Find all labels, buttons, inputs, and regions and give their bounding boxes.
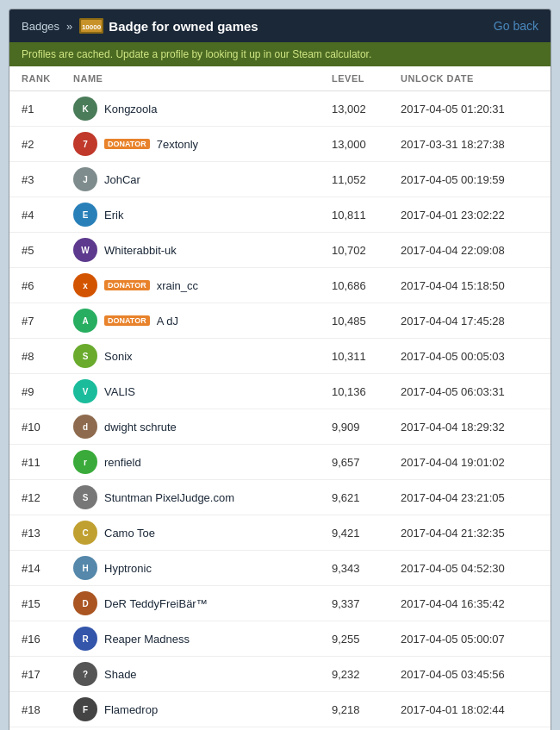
avatar: x — [73, 273, 97, 297]
date-cell: 2017-04-05 05:00:07 — [401, 633, 538, 646]
player-name[interactable]: renfield — [104, 456, 141, 469]
player-name[interactable]: dwight schrute — [104, 421, 177, 434]
name-cell: KKongzoola — [73, 97, 332, 121]
table-row[interactable]: #7ADONATORA dJ10,4852017-04-04 17:45:28 — [9, 303, 551, 339]
level-cell: 9,621 — [332, 491, 401, 504]
name-cell: DDeR TeddyFreiBär™ — [73, 591, 332, 615]
level-cell: 9,657 — [332, 456, 401, 469]
table-row[interactable]: #17?Shade9,2322017-04-05 03:45:56 — [9, 657, 551, 692]
table-row[interactable]: #11rrenfield9,6572017-04-04 19:01:02 — [9, 445, 551, 480]
date-cell: 2017-04-04 15:18:50 — [401, 279, 538, 292]
donator-badge: DONATOR — [104, 280, 150, 290]
level-cell: 9,337 — [332, 597, 401, 610]
notice-text: Profiles are cached. Update a profile by… — [22, 48, 371, 60]
level-cell: 10,136 — [332, 385, 401, 398]
avatar: A — [73, 309, 97, 333]
date-cell: 2017-04-01 18:02:44 — [401, 703, 538, 716]
player-name[interactable]: DeR TeddyFreiBär™ — [104, 597, 208, 610]
player-name[interactable]: Shade — [104, 668, 137, 681]
col-unlock-date: UNLOCK DATE — [401, 73, 538, 84]
player-name[interactable]: Kongzoola — [104, 103, 157, 115]
level-cell: 9,255 — [332, 633, 401, 646]
player-name[interactable]: Sonix — [104, 350, 133, 363]
donator-badge: DONATOR — [104, 315, 150, 326]
table-row[interactable]: #18FFlamedrop9,2182017-04-01 18:02:44 — [9, 692, 551, 727]
breadcrumb-badges-link[interactable]: Badges — [22, 20, 59, 33]
table-header: RANK NAME LEVEL UNLOCK DATE — [9, 66, 551, 91]
name-cell: ?Shade — [73, 662, 332, 686]
rank-cell: #7 — [22, 315, 73, 328]
table-body: #1KKongzoola13,0022017-04-05 01:20:31#27… — [9, 91, 551, 730]
name-cell: EErik — [73, 203, 332, 227]
rank-cell: #2 — [22, 138, 73, 151]
level-cell: 10,702 — [332, 244, 401, 257]
level-cell: 10,686 — [332, 279, 401, 292]
date-cell: 2017-04-05 06:03:31 — [401, 385, 538, 398]
table-row[interactable]: #12SStuntman PixelJudge.com9,6212017-04-… — [9, 480, 551, 515]
go-back-link[interactable]: Go back — [494, 19, 538, 33]
player-name[interactable]: JohCar — [104, 173, 140, 186]
rank-cell: #9 — [22, 385, 73, 398]
table-row[interactable]: #13CCamo Toe9,4212017-04-04 21:32:35 — [9, 515, 551, 551]
level-cell: 13,000 — [332, 138, 401, 151]
date-cell: 2017-04-05 03:45:56 — [401, 668, 538, 681]
table-row[interactable]: #1KKongzoola13,0022017-04-05 01:20:31 — [9, 91, 551, 127]
name-cell: HHyptronic — [73, 556, 332, 580]
player-name[interactable]: Hyptronic — [104, 562, 152, 575]
player-name[interactable]: Camo Toe — [104, 527, 155, 540]
level-cell: 10,811 — [332, 209, 401, 221]
table-row[interactable]: #8SSonix10,3112017-04-05 00:05:03 — [9, 339, 551, 374]
rank-cell: #8 — [22, 350, 73, 363]
rank-cell: #5 — [22, 244, 73, 257]
level-cell: 11,052 — [332, 173, 401, 186]
col-level: LEVEL — [332, 73, 401, 84]
table-row[interactable]: #27DONATOR7extonly13,0002017-03-31 18:27… — [9, 127, 551, 162]
table-row[interactable]: #4EErik10,8112017-04-01 23:02:22 — [9, 197, 551, 233]
avatar: S — [73, 485, 97, 509]
avatar: D — [73, 591, 97, 615]
level-cell: 9,421 — [332, 527, 401, 540]
name-cell: xDONATORxrain_cc — [73, 273, 332, 297]
player-name[interactable]: 7extonly — [157, 138, 198, 151]
table-row[interactable]: #10ddwight schrute9,9092017-04-04 18:29:… — [9, 409, 551, 445]
player-name[interactable]: VALIS — [104, 385, 135, 398]
rank-cell: #14 — [22, 562, 73, 575]
rank-cell: #3 — [22, 173, 73, 186]
date-cell: 2017-04-05 04:52:30 — [401, 562, 538, 575]
donator-badge: DONATOR — [104, 139, 150, 149]
table-row[interactable]: #6xDONATORxrain_cc10,6862017-04-04 15:18… — [9, 268, 551, 303]
page-title: Badge for owned games — [109, 19, 258, 34]
table-row[interactable]: #15DDeR TeddyFreiBär™9,3372017-04-04 16:… — [9, 586, 551, 621]
name-cell: ddwight schrute — [73, 415, 332, 439]
header-left: Badges » 10000 Badge for owned games — [22, 18, 258, 34]
name-cell: WWhiterabbit-uk — [73, 238, 332, 262]
leaderboard-table: RANK NAME LEVEL UNLOCK DATE #1KKongzoola… — [9, 66, 551, 730]
header: Badges » 10000 Badge for owned games Go … — [9, 9, 551, 42]
player-name[interactable]: A dJ — [157, 315, 178, 328]
table-row[interactable]: #16RReaper Madness9,2552017-04-05 05:00:… — [9, 621, 551, 657]
level-cell: 10,311 — [332, 350, 401, 363]
main-container: Badges » 10000 Badge for owned games Go … — [9, 9, 551, 730]
date-cell: 2017-04-04 17:45:28 — [401, 315, 538, 328]
rank-cell: #10 — [22, 421, 73, 434]
table-row[interactable]: #3JJohCar11,0522017-04-05 00:19:59 — [9, 162, 551, 197]
date-cell: 2017-04-05 00:19:59 — [401, 173, 538, 186]
player-name[interactable]: Reaper Madness — [104, 633, 190, 646]
table-row[interactable]: #9VVALIS10,1362017-04-05 06:03:31 — [9, 374, 551, 409]
avatar: R — [73, 627, 97, 651]
name-cell: 7DONATOR7extonly — [73, 132, 332, 156]
name-cell: rrenfield — [73, 450, 332, 474]
table-row[interactable]: #5WWhiterabbit-uk10,7022017-04-04 22:09:… — [9, 233, 551, 268]
name-cell: RReaper Madness — [73, 627, 332, 651]
player-name[interactable]: Whiterabbit-uk — [104, 244, 177, 257]
date-cell: 2017-04-05 01:20:31 — [401, 103, 538, 115]
level-cell: 9,343 — [332, 562, 401, 575]
date-cell: 2017-04-01 23:02:22 — [401, 209, 538, 221]
date-cell: 2017-04-04 19:01:02 — [401, 456, 538, 469]
player-name[interactable]: Stuntman PixelJudge.com — [104, 491, 234, 504]
player-name[interactable]: Erik — [104, 209, 123, 221]
player-name[interactable]: xrain_cc — [157, 279, 198, 292]
avatar: F — [73, 697, 97, 721]
table-row[interactable]: #14HHyptronic9,3432017-04-05 04:52:30 — [9, 551, 551, 586]
player-name[interactable]: Flamedrop — [104, 703, 158, 716]
